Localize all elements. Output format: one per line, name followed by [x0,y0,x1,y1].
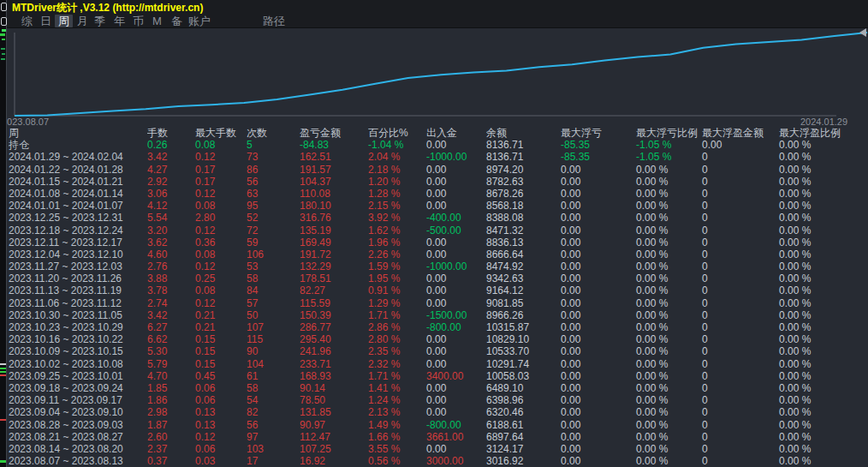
cell-pl-amount: 150.39 [300,309,368,321]
cumulative-profit-line [15,33,867,116]
cell-max-float-loss: 0.00 [561,333,636,345]
cell-cash-flow: 0.00 [426,333,486,345]
cell-lots: 2.98 [147,406,195,418]
cell-balance: 10291.74 [486,358,561,370]
cell-pl-amount: 131.85 [300,406,368,418]
cell-lots: 4.27 [147,164,195,176]
table-row: 2023.11.20 ~ 2023.11.263.880.2558178.511… [7,272,868,284]
cell-trades: 56 [247,419,300,431]
cell-balance: 8388.08 [486,212,561,224]
cell-week: 2023.08.21 ~ 2023.08.27 [9,431,147,443]
cell-max-float-profit: 0 [702,431,779,443]
cell-pl-percent: 1.71 % [368,309,426,321]
cell-max-float-profit-pct: 0.00 % [779,248,868,260]
cell-max-float-loss-pct: 0.00 % [636,225,702,236]
cell-cash-flow: -1500.00 [426,309,486,321]
cell-trades: 86 [247,164,300,176]
cell-pl-amount: 107.25 [300,443,368,455]
cell-pl-amount: 286.77 [300,321,368,333]
window-title: MTDriver统计 ,V3.12 (http://mtdriver.cn) [12,1,203,15]
cell-week: 2023.08.07 ~ 2023.08.13 [9,455,147,467]
cell-pl-amount: 16.92 [300,455,368,467]
cell-max-lots: 0.12 [195,188,247,200]
cell-week: 2023.10.02 ~ 2023.10.08 [9,358,147,370]
cell-pl-amount: 82.27 [300,284,368,296]
cell-trades: 58 [247,272,300,284]
cell-max-float-profit: 0 [702,212,779,224]
table-row: 2024.01.22 ~ 2024.01.284.270.1786191.572… [7,164,868,176]
cell-max-lots: 0.45 [195,370,247,382]
cell-max-float-profit-pct: 0.00 % [779,188,868,200]
chart-right-arrow-icon[interactable] [859,28,866,37]
cell-max-float-loss: 0.00 [561,297,636,309]
table-row: 2023.11.06 ~ 2023.11.122.740.1257115.591… [7,297,868,309]
table-row: 2023.12.25 ~ 2023.12.315.542.8052316.763… [7,212,868,224]
cell-max-lots: 0.17 [195,164,247,176]
menu-item-季[interactable]: 季 [94,15,105,27]
cell-max-float-loss: 0.00 [561,212,636,224]
chart-end-date-label: 2024.01.29 [800,117,847,127]
menu-item-路径[interactable]: 路径 [263,15,285,27]
cell-max-float-profit: 0 [702,345,779,357]
menu-item-综[interactable]: 综 [21,15,33,27]
cell-max-float-profit: 0 [702,284,779,296]
edge-mark [1,58,5,60]
cell-max-float-profit: 0 [702,176,779,188]
cell-week: 2023.09.11 ~ 2023.09.17 [9,394,147,406]
cell-pl-percent: 1.49 % [368,419,426,431]
cell-pl-percent: 2.18 % [368,164,426,176]
cell-pl-amount: 316.76 [300,212,368,224]
menu-item-M[interactable]: M [152,15,162,27]
cell-pl-percent: 3.55 % [368,443,426,455]
cell-lots: 3.06 [147,188,195,200]
cell-pl-percent: 1.96 % [368,236,426,248]
cell-lots: 0.37 [147,455,195,467]
cell-max-float-loss: 0.00 [561,236,636,248]
cell-max-lots: 0.06 [195,443,247,455]
header-cell-pl-percent: 百分比% [368,127,426,139]
cell-pl-percent: 1.95 % [368,272,426,284]
cell-week: 2023.12.18 ~ 2023.12.24 [9,225,147,236]
cell-pl-percent: 2.26 % [368,248,426,260]
menu-item-币[interactable]: 币 [133,15,144,27]
cell-max-float-loss-pct: 0.00 % [636,370,702,382]
cell-max-float-loss-pct: 0.00 % [636,236,702,248]
cell-max-float-loss-pct: 0.00 % [636,345,702,357]
cell-lots: 5.30 [147,345,195,357]
cell-max-lots: 0.03 [195,455,247,467]
cell-balance: 3016.92 [486,455,561,467]
cell-lots: 3.88 [147,272,195,284]
cell-pl-amount: 115.59 [300,297,368,309]
cell-pl-percent: 2.35 % [368,345,426,357]
left-edge-window-sliver [0,0,7,467]
menu-item-日[interactable]: 日 [40,15,51,27]
menu-item-备[interactable]: 备 [171,15,182,27]
cell-balance: 10829.10 [486,333,561,345]
edge-mark [0,33,5,36]
table-row: 2023.12.11 ~ 2023.12.173.620.3659169.491… [7,236,868,248]
cell-cash-flow: 0.00 [426,164,486,176]
cell-pl-percent: 1.66 % [368,431,426,443]
cell-lots: 6.27 [147,321,195,333]
cell-week: 2023.10.23 ~ 2023.10.29 [9,321,147,333]
cell-trades: 54 [247,394,300,406]
cell-max-lots: 0.06 [195,382,247,394]
cell-max-lots: 0.13 [195,419,247,431]
cell-trades: 103 [247,443,300,455]
menu-item-账户[interactable]: 账户 [188,15,211,27]
menu-item-月[interactable]: 月 [77,15,88,27]
cell-lots: 0.26 [147,139,195,151]
cell-max-float-profit: 0 [702,272,779,284]
cell-max-float-profit: 0 [702,200,779,212]
cell-max-lots: 0.12 [195,297,247,309]
cell-balance: 8678.26 [486,188,561,200]
cell-max-lots: 0.08 [195,139,247,151]
table-row: 2024.01.08 ~ 2024.01.143.060.1263110.081… [7,188,868,200]
cell-max-float-profit-pct: 0.00 % [779,200,868,212]
cell-max-lots: 0.12 [195,260,247,272]
cell-lots: 3.42 [147,309,195,321]
cell-week: 持仓 [9,139,147,151]
cell-pl-percent: 3.92 % [368,212,426,224]
menu-item-年[interactable]: 年 [114,15,125,27]
menu-item-周[interactable]: 周 [55,15,73,27]
